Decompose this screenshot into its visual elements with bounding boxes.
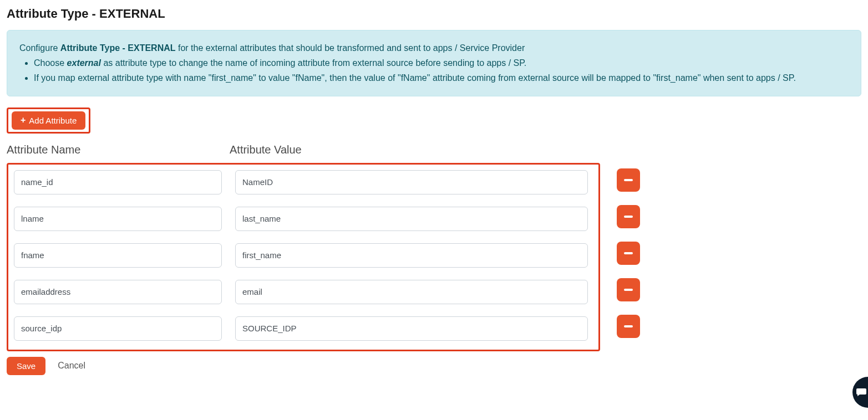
add-attribute-label: Add Attribute xyxy=(29,116,77,125)
info-intro-strong: Attribute Type - EXTERNAL xyxy=(60,43,176,53)
page-title: Attribute Type - EXTERNAL xyxy=(7,7,861,21)
svg-rect-0 xyxy=(624,179,633,181)
attribute-name-header: Attribute Name xyxy=(7,144,222,156)
info-bullet-1-suffix: as attribute type to change the name of … xyxy=(101,58,526,68)
minus-icon xyxy=(624,289,633,291)
attribute-row xyxy=(14,243,593,268)
remove-attribute-button[interactable] xyxy=(617,242,640,265)
add-attribute-button[interactable]: + Add Attribute xyxy=(12,111,85,130)
svg-rect-3 xyxy=(624,289,633,291)
info-intro-suffix: for the external attributes that should … xyxy=(176,43,525,53)
attribute-value-input[interactable] xyxy=(235,316,588,341)
info-intro: Configure Attribute Type - EXTERNAL for … xyxy=(19,40,849,55)
svg-rect-1 xyxy=(624,216,633,218)
info-bullet-1-em: external xyxy=(67,58,101,68)
remove-column xyxy=(603,168,640,351)
svg-rect-2 xyxy=(624,252,633,254)
info-bullet-1: Choose external as attribute type to cha… xyxy=(34,55,849,70)
remove-attribute-button[interactable] xyxy=(617,278,640,301)
attribute-table xyxy=(7,163,600,357)
remove-attribute-button[interactable] xyxy=(617,315,640,338)
attribute-row xyxy=(14,316,593,341)
attribute-row xyxy=(14,170,593,194)
info-intro-prefix: Configure xyxy=(19,43,60,53)
attribute-name-input[interactable] xyxy=(14,207,222,231)
rows-highlight xyxy=(7,163,600,351)
remove-attribute-button[interactable] xyxy=(617,205,640,228)
chat-widget[interactable] xyxy=(852,377,868,382)
attribute-value-input[interactable] xyxy=(235,170,588,194)
minus-icon xyxy=(624,179,633,181)
form-actions: Save Cancel xyxy=(7,357,861,375)
attribute-value-input[interactable] xyxy=(235,243,588,268)
attribute-name-input[interactable] xyxy=(14,316,222,341)
minus-icon xyxy=(624,252,633,254)
columns-header: Attribute Name Attribute Value xyxy=(7,144,861,156)
svg-rect-4 xyxy=(624,325,633,327)
plus-icon: + xyxy=(21,116,26,125)
attribute-name-input[interactable] xyxy=(14,170,222,194)
minus-icon xyxy=(624,325,633,327)
minus-icon xyxy=(624,216,633,218)
attribute-name-input[interactable] xyxy=(14,243,222,268)
attribute-value-input[interactable] xyxy=(235,207,588,231)
attribute-row xyxy=(14,207,593,231)
cancel-button[interactable]: Cancel xyxy=(58,361,85,371)
save-button[interactable]: Save xyxy=(7,357,45,375)
info-bullet-2: If you map external attribute type with … xyxy=(34,70,849,85)
attribute-value-header: Attribute Value xyxy=(230,144,302,156)
attribute-name-input[interactable] xyxy=(14,280,222,304)
info-box: Configure Attribute Type - EXTERNAL for … xyxy=(7,30,861,96)
info-bullet-1-prefix: Choose xyxy=(34,58,67,68)
attribute-row xyxy=(14,280,593,304)
remove-attribute-button[interactable] xyxy=(617,168,640,192)
add-attribute-highlight: + Add Attribute xyxy=(7,107,90,134)
info-list: Choose external as attribute type to cha… xyxy=(19,55,849,85)
attribute-value-input[interactable] xyxy=(235,280,588,304)
